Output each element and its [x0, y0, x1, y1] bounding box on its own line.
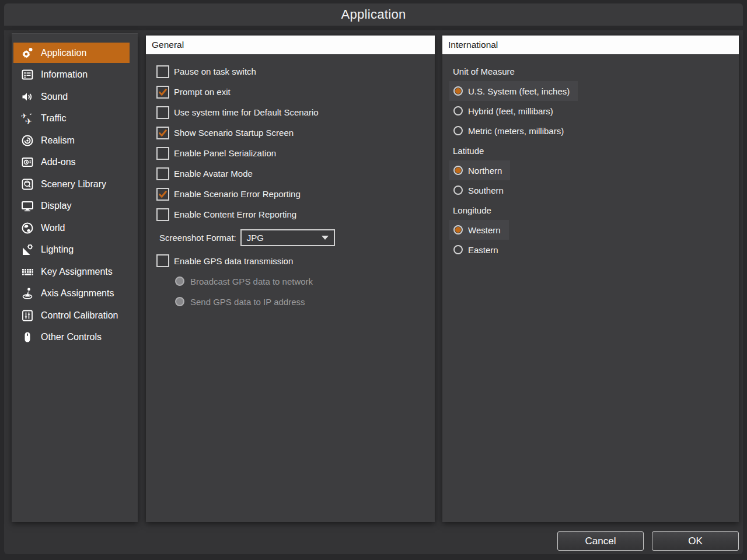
sidebar-item-information[interactable]: Information — [13, 65, 130, 85]
radio-button — [175, 276, 184, 286]
ok-button[interactable]: OK — [652, 531, 739, 551]
sidebar-item-label: Realism — [41, 135, 75, 146]
checkbox-label: Enable Scenario Error Reporting — [174, 189, 301, 199]
radio-label: Southern — [468, 186, 504, 195]
mouse-icon — [20, 330, 35, 344]
general-panel-header: General — [146, 36, 435, 54]
checkbox-box[interactable] — [156, 254, 169, 267]
international-panel-header: International — [442, 36, 739, 54]
sidebar-item-traffic[interactable]: ✈✈ Traffic — [13, 108, 130, 129]
radio-label: Broadcast GPS data to network — [190, 276, 313, 286]
checkbox-show-scenario-startup[interactable]: Show Scenario Startup Screen — [156, 123, 435, 143]
addon-box-icon — [20, 155, 35, 169]
radio-broadcast-gps: Broadcast GPS data to network — [175, 271, 435, 292]
radio-label: Eastern — [468, 245, 498, 255]
sidebar-item-add-ons[interactable]: Add-ons — [13, 152, 130, 173]
radio-eastern[interactable]: Eastern — [449, 240, 507, 260]
radio-button[interactable] — [453, 245, 463, 254]
checkbox-label: Pause on task switch — [174, 66, 256, 76]
checkbox-enable-scenario-error-reporting[interactable]: Enable Scenario Error Reporting — [156, 184, 435, 204]
radio-button[interactable] — [453, 86, 463, 96]
radio-label: U.S. System (feet, inches) — [468, 86, 570, 96]
radio-label: Hybrid (feet, millibars) — [468, 106, 553, 116]
radio-label: Western — [468, 225, 501, 235]
sidebar-item-scenery-library[interactable]: Scenery Library — [13, 174, 130, 194]
radio-southern[interactable]: Southern — [449, 180, 512, 200]
sidebar-item-label: Control Calibration — [41, 310, 118, 321]
speaker-icon — [20, 90, 35, 104]
joystick-icon — [20, 286, 35, 300]
sidebar-item-world[interactable]: World — [13, 218, 130, 238]
scenery-globe-icon — [20, 177, 35, 191]
sidebar-item-control-calibration[interactable]: Control Calibration — [13, 305, 130, 326]
checkbox-box[interactable] — [156, 65, 169, 78]
sidebar-item-axis-assignments[interactable]: Axis Assignments — [13, 284, 130, 304]
radio-label: Metric (meters, millibars) — [468, 126, 564, 136]
sidebar-item-other-controls[interactable]: Other Controls — [13, 327, 130, 348]
radio-us-system[interactable]: U.S. System (feet, inches) — [449, 81, 578, 101]
checkbox-enable-panel-serialization[interactable]: Enable Panel Serialization — [156, 143, 435, 163]
radio-button[interactable] — [453, 126, 463, 135]
radio-button — [175, 297, 184, 306]
radio-button[interactable] — [453, 186, 463, 195]
sidebar-item-key-assignments[interactable]: Key Assignments — [13, 261, 130, 282]
checkbox-enable-gps-transmission[interactable]: Enable GPS data transmission — [156, 251, 435, 271]
checkbox-box[interactable] — [156, 86, 169, 99]
sidebar: Application Information Sound ✈✈ Traffic… — [12, 33, 138, 522]
radio-send-gps-ip: Send GPS data to IP address — [175, 292, 435, 312]
planes-icon: ✈✈ — [20, 111, 35, 125]
checkbox-box[interactable] — [156, 106, 169, 119]
checkbox-pause-on-task-switch[interactable]: Pause on task switch — [156, 61, 435, 82]
radio-label: Send GPS data to IP address — [190, 297, 305, 307]
keyboard-icon — [20, 265, 35, 279]
checkbox-enable-content-error-reporting[interactable]: Enable Content Error Reporting — [156, 204, 435, 225]
sidebar-item-lighting[interactable]: Lighting — [13, 240, 130, 260]
sidebar-item-label: Add-ons — [41, 157, 76, 167]
checkbox-label: Enable Panel Serialization — [174, 148, 276, 158]
radio-button[interactable] — [453, 225, 463, 235]
sidebar-item-sound[interactable]: Sound — [13, 86, 130, 107]
sidebar-item-label: Other Controls — [41, 332, 102, 342]
latitude-label: Latitude — [453, 141, 739, 160]
screenshot-format-dropdown[interactable]: JPG — [240, 229, 335, 246]
svg-text:✈: ✈ — [25, 117, 32, 125]
titlebar: Application — [4, 4, 743, 26]
gauge-icon — [20, 134, 35, 148]
checkbox-box[interactable] — [156, 167, 169, 180]
sidebar-item-application[interactable]: Application — [13, 43, 130, 63]
globe-icon — [20, 221, 35, 235]
screenshot-format-row: Screenshot Format: JPG — [159, 229, 435, 246]
checkbox-box[interactable] — [156, 147, 169, 160]
radio-northern[interactable]: Northern — [449, 160, 510, 180]
gears-icon — [20, 46, 35, 60]
sidebar-item-label: Scenery Library — [41, 179, 106, 190]
radio-western[interactable]: Western — [449, 220, 509, 240]
chevron-down-icon — [322, 236, 329, 240]
checkbox-prompt-on-exit[interactable]: Prompt on exit — [156, 82, 435, 102]
radio-hybrid[interactable]: Hybrid (feet, millibars) — [449, 101, 561, 121]
international-panel: International Unit of Measure U.S. Syste… — [442, 35, 739, 522]
sidebar-item-label: World — [41, 223, 65, 233]
checkbox-label: Enable Avatar Mode — [174, 169, 253, 178]
window-title: Application — [341, 7, 406, 22]
sidebar-item-label: Sound — [41, 92, 68, 102]
checkbox-use-system-time[interactable]: Use system time for Default Scenario — [156, 102, 435, 123]
sidebar-item-realism[interactable]: Realism — [13, 130, 130, 150]
checkbox-box[interactable] — [156, 127, 169, 139]
checkbox-label: Use system time for Default Scenario — [174, 107, 319, 117]
checkbox-box[interactable] — [156, 188, 169, 201]
sidebar-item-label: Display — [41, 201, 71, 211]
sidebar-item-display[interactable]: Display — [13, 196, 130, 216]
radio-metric[interactable]: Metric (meters, millibars) — [449, 121, 572, 141]
checkbox-label: Prompt on exit — [174, 87, 231, 97]
radio-button[interactable] — [453, 166, 463, 175]
checkbox-box[interactable] — [156, 208, 169, 221]
cancel-button[interactable]: Cancel — [557, 531, 644, 551]
unit-of-measure-label: Unit of Measure — [453, 61, 739, 81]
sidebar-item-label: Axis Assignments — [41, 288, 114, 299]
checkbox-enable-avatar-mode[interactable]: Enable Avatar Mode — [156, 163, 435, 184]
checkbox-label: Enable GPS data transmission — [174, 256, 293, 266]
sidebar-item-label: Lighting — [41, 244, 74, 255]
list-icon — [20, 68, 35, 82]
radio-button[interactable] — [453, 106, 463, 116]
